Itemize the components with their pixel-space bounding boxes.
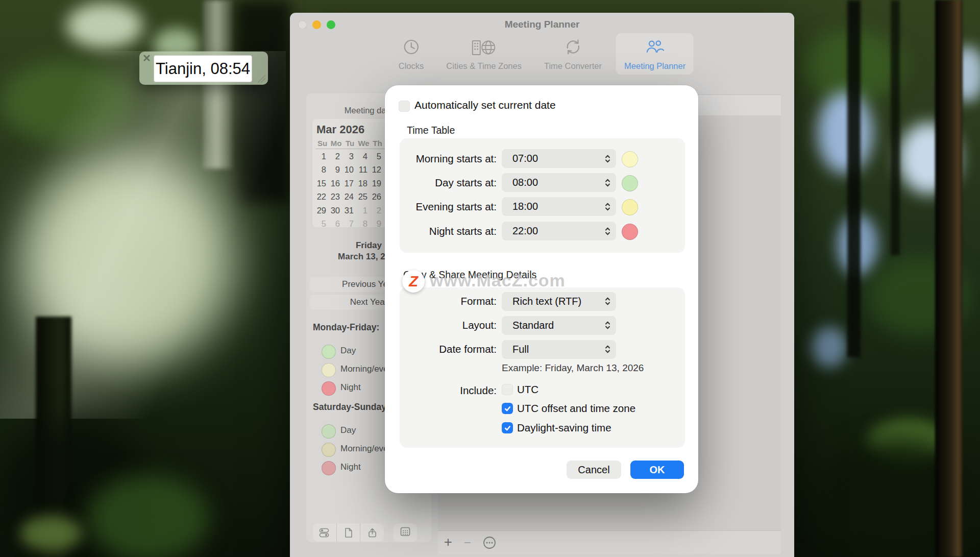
calendar-day[interactable]: 1 [315,150,329,163]
desktop: Meeting Planner ClocksCities & Time Zone… [0,0,980,557]
weekday-label: Th [371,138,384,150]
morning-starts-at-color-dot [622,151,638,167]
legend-label: Night [340,382,361,393]
morning-starts-at-stepper[interactable]: 07:00 [502,149,616,168]
tree-trunk [891,0,900,255]
calendar-day[interactable]: 24 [343,190,357,204]
legend-label: Night [340,462,361,472]
night-starts-at-stepper[interactable]: 22:00 [502,222,616,240]
calendar-day[interactable]: 26 [371,190,384,204]
evening-starts-at-color-dot [622,199,638,215]
calendar-day[interactable]: 18 [357,177,371,190]
calendar-day[interactable]: 17 [343,177,357,190]
time-table-title: Time Table [407,125,455,136]
day-starts-at-stepper[interactable]: 08:00 [502,173,616,192]
calendar-month-label: Mar 2026 [316,123,364,136]
resize-handle-icon[interactable] [256,75,265,83]
auto-date-checkbox[interactable] [399,101,410,112]
calendar-day[interactable]: 9 [329,163,343,177]
calendar-day[interactable]: 9 [371,217,384,231]
stepper-value: 07:00 [512,153,538,164]
sidebar-segmented-control [313,523,384,542]
calendar-day[interactable]: 29 [315,204,329,217]
auto-date-label: Automatically set current date [414,99,556,111]
calendar-day[interactable]: 2 [371,204,384,217]
calendar-day[interactable]: 10 [343,163,357,177]
weekday-label: We [357,138,371,150]
date-format-dropdown[interactable]: Full [502,340,616,359]
legend-label: Day [340,346,356,356]
calendar-day[interactable]: 15 [315,177,329,190]
watermark-logo: Z [402,270,425,293]
tab-cities-time-zones[interactable]: Cities & Time Zones [438,33,530,75]
weekday-label: Su [315,138,329,150]
calendar-day[interactable]: 7 [343,217,357,231]
legend-weekday-header: Monday-Friday: [313,322,379,333]
layout-dropdown[interactable]: Standard [502,316,616,335]
calendar-day[interactable]: 6 [329,217,343,231]
evening-starts-at-label: Evening starts at: [385,200,497,214]
layout-label: Layout: [385,318,497,332]
toolbar-tabs: ClocksCities & Time ZonesTime ConverterM… [390,33,694,75]
calendar-day[interactable]: 3 [343,150,357,163]
calendar-day[interactable]: 30 [329,204,343,217]
date-format-label: Date format: [385,342,497,356]
utc-offset-and-time-zone-checkbox[interactable] [502,403,513,414]
stepper-value: 22:00 [512,225,538,237]
day-color-dot [322,424,336,439]
two-people-icon [645,38,665,58]
calendar-day[interactable]: 19 [371,177,384,190]
morning-starts-at-label: Morning starts at: [385,152,497,166]
calendar-icon [400,526,411,539]
calendar-day[interactable]: 4 [357,150,371,163]
calendar-day[interactable]: 22 [315,190,329,204]
add-button[interactable]: + [440,531,456,554]
calendar-day[interactable]: 5 [315,217,329,231]
tree-trunk [847,0,861,357]
remove-button[interactable]: − [459,531,476,554]
day-starts-at-label: Day starts at: [385,176,497,190]
tab-meeting-planner[interactable]: Meeting Planner [616,33,694,75]
share-segment[interactable] [360,523,384,542]
calendar-day[interactable]: 8 [315,163,329,177]
night-starts-at-color-dot [622,224,638,240]
calendar-day[interactable]: 12 [371,163,384,177]
morning-evening-color-dot [322,443,336,457]
day-starts-at-color-dot [622,175,638,191]
weekday-label: Mo [329,138,343,150]
cancel-button[interactable]: Cancel [567,461,621,479]
floating-clock-widget[interactable]: ✕ Tianjin, 08:54 [139,52,268,85]
format-dropdown[interactable]: Rich text (RTF) [502,292,616,311]
toggles-segment[interactable] [313,523,336,542]
night-starts-at-label: Night starts at: [385,224,497,238]
legend-label: Day [340,425,356,435]
calendar-day[interactable]: 25 [357,190,371,204]
close-icon[interactable]: ✕ [142,53,151,63]
calendar-day[interactable]: 31 [343,204,357,217]
include-label: Include: [385,383,497,398]
document-segment[interactable] [336,523,360,542]
example-text: Example: Friday, March 13, 2026 [502,362,644,374]
tab-label: Meeting Planner [624,61,685,71]
daylight-saving-time-checkbox[interactable] [502,422,513,433]
tab-clocks[interactable]: Clocks [390,33,432,75]
ok-button[interactable]: OK [630,461,684,479]
calendar-day[interactable]: 1 [357,204,371,217]
calendar-day[interactable]: 5 [371,150,384,163]
calendar-view-button[interactable] [394,523,417,542]
night-color-dot [322,381,336,396]
ellipsis-circle-icon[interactable] [481,531,498,554]
evening-starts-at-stepper[interactable]: 18:00 [502,197,616,216]
day-color-dot [322,345,336,359]
tab-time-converter[interactable]: Time Converter [536,33,610,75]
calendar-day[interactable]: 11 [357,163,371,177]
utc-checkbox[interactable] [502,384,513,395]
calendar-day[interactable]: 16 [329,177,343,190]
calendar-day[interactable]: 2 [329,150,343,163]
night-color-dot [322,461,336,475]
calendar-day[interactable]: 23 [329,190,343,204]
stepper-value: 18:00 [512,201,538,212]
city-time-label: Tianjin, 08:54 [154,55,252,82]
legend-weekend-header: Saturday-Sunday: [313,402,389,413]
calendar-day[interactable]: 8 [357,217,371,231]
